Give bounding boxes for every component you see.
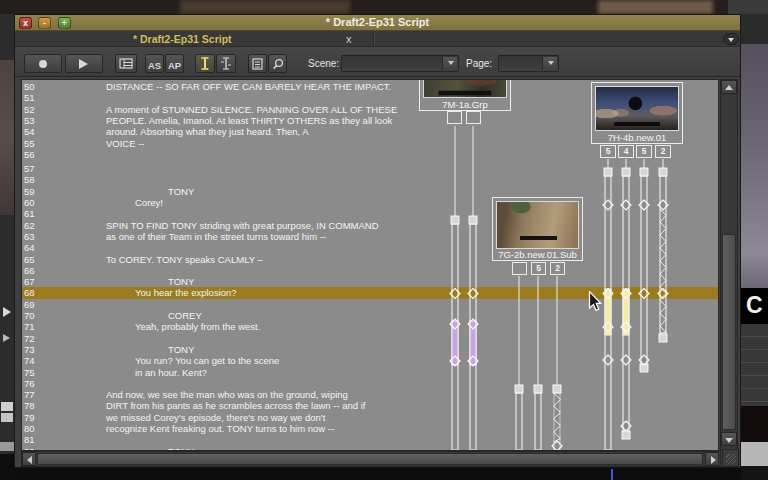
chevron-down-icon	[548, 61, 554, 65]
play-icon	[3, 334, 10, 342]
record-icon	[39, 60, 47, 68]
blue-position-line	[611, 469, 613, 480]
text-edit-button[interactable]	[195, 54, 215, 73]
background-timeline-sliver	[741, 324, 768, 406]
background-bottom-strip	[14, 468, 741, 480]
background-meter-sliver	[741, 406, 768, 442]
frames-icon	[119, 58, 133, 69]
tab-menu-button[interactable]	[723, 33, 739, 45]
tab-divider	[373, 33, 375, 45]
background-photo-sliver	[0, 60, 14, 215]
take-tab[interactable]	[466, 111, 481, 124]
background-blur-patch	[728, 0, 768, 14]
all-scenes-button[interactable]: AS	[145, 54, 164, 73]
scene-label: Scene:	[308, 58, 339, 69]
chevron-down-icon	[448, 61, 454, 65]
background-top-strip	[0, 0, 768, 14]
background-bar-sliver	[0, 442, 14, 451]
scroll-up-button[interactable]	[721, 80, 737, 94]
tab-script[interactable]: * Draft2-Ep31 Script	[133, 33, 232, 45]
list-icon	[252, 58, 263, 70]
play-button[interactable]	[65, 54, 103, 73]
slate-label: 7G-2b.new.01.Sub	[493, 249, 582, 260]
arrow-right-icon	[711, 456, 716, 464]
background-right-strip: C	[741, 14, 768, 480]
take-tab[interactable]: 5	[636, 145, 652, 158]
script-list-button[interactable]	[248, 54, 267, 73]
toolbar: AS AP	[15, 47, 740, 77]
grip-lines	[726, 454, 736, 464]
background-dark-sliver	[741, 466, 768, 480]
arrow-up-icon	[725, 85, 733, 90]
mouse-cursor	[587, 291, 603, 313]
scroll-left-button[interactable]	[22, 452, 36, 466]
take-tab[interactable]: 5	[531, 262, 546, 275]
slate-thumbnail[interactable]	[496, 201, 579, 249]
take-tab[interactable]	[447, 111, 462, 124]
background-blur-patch	[598, 0, 713, 14]
background-button-sliver	[1, 402, 13, 411]
search-icon	[272, 58, 284, 70]
record-button[interactable]	[24, 54, 62, 73]
background-left-strip	[0, 14, 14, 480]
background-light-band	[741, 442, 768, 466]
horizontal-scrollbar-thumb[interactable]	[37, 453, 703, 465]
script-viewport[interactable]: 50DISTANCE -- SO FAR OFF WE CAN BARELY H…	[21, 79, 719, 451]
take-tab[interactable]: 2	[655, 145, 671, 158]
slate-7m[interactable]: 7M-1a.Grp	[419, 79, 511, 111]
background-button-sliver	[1, 413, 13, 422]
tab-close-icon[interactable]: x	[346, 33, 352, 45]
background-blur-patch	[180, 0, 350, 14]
slate-label: 7H-4b.new.01	[592, 132, 682, 143]
play-icon	[3, 307, 11, 317]
ibeam-cursor-icon	[200, 57, 210, 70]
sync-mode-button[interactable]	[216, 54, 236, 73]
all-pages-button[interactable]: AP	[165, 54, 184, 73]
take-tab[interactable]: 4	[618, 145, 634, 158]
scroll-right-button[interactable]	[705, 452, 719, 466]
page-dropdown[interactable]	[498, 55, 559, 72]
slate-7g[interactable]: 7G-2b.new.01.Sub	[492, 197, 583, 261]
slate-thumbnail[interactable]	[595, 86, 679, 131]
take-tab[interactable]: 2	[550, 262, 565, 275]
show-frames-button[interactable]	[115, 54, 137, 73]
background-overlay-label: C	[741, 288, 768, 324]
slate-7h[interactable]: 7H-4b.new.01	[591, 82, 683, 144]
arrow-down-icon	[725, 438, 733, 443]
burn-in-timecode	[439, 91, 491, 95]
take-tab[interactable]	[512, 262, 527, 275]
window-title: * Draft2-Ep31 Script	[15, 16, 740, 28]
window-resize-grip[interactable]	[722, 449, 739, 467]
sync-text-icon	[220, 57, 232, 70]
tab-bar: * Draft2-Ep31 Script x	[15, 31, 740, 47]
vertical-scrollbar-thumb[interactable]	[722, 234, 736, 430]
slate-label: 7M-1a.Grp	[420, 99, 510, 110]
burn-in-timecode	[614, 122, 660, 126]
scroll-down-button[interactable]	[721, 432, 737, 446]
slate-thumbnail[interactable]	[423, 79, 507, 98]
play-icon	[79, 59, 88, 69]
page-label: Page:	[466, 58, 492, 69]
window-titlebar[interactable]: x - + * Draft2-Ep31 Script	[15, 15, 740, 31]
scene-dropdown[interactable]	[341, 55, 459, 72]
background-dark-sliver	[0, 454, 14, 480]
script-window: x - + * Draft2-Ep31 Script * Draft2-Ep31…	[14, 14, 741, 468]
take-tab[interactable]: 5	[600, 145, 616, 158]
burn-in-timecode	[520, 236, 557, 240]
arrow-left-icon	[27, 456, 32, 464]
find-button[interactable]	[268, 54, 287, 73]
background-photo-sliver	[741, 44, 768, 290]
chevron-down-icon	[728, 38, 734, 42]
